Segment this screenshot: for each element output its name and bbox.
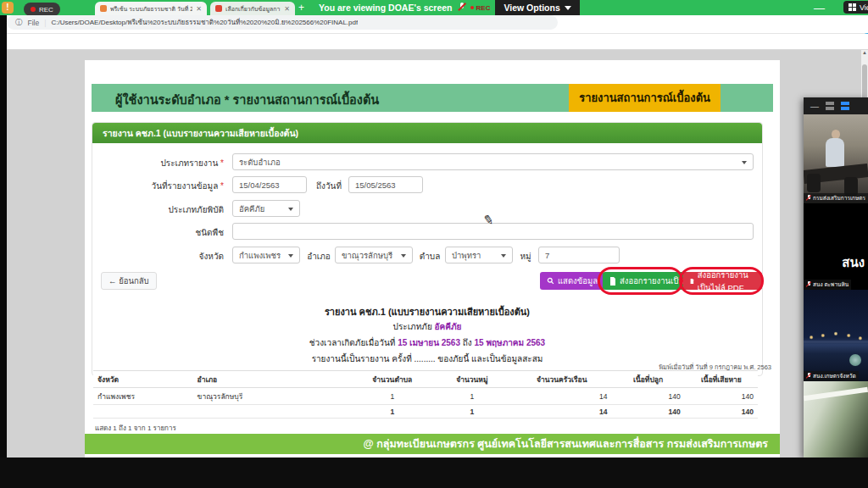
district-select[interactable]: ขาณุวรลักษบุรี [335,247,413,263]
date-from-input[interactable]: 15/04/2563 [232,176,307,193]
show-data-button[interactable]: แสดงข้อมูล [540,272,604,290]
gallery-view-icon[interactable] [841,102,849,110]
participant-figure [826,138,844,167]
speaker-view-icon[interactable] [826,102,834,110]
divider: | [44,19,46,27]
browser-tab-2[interactable]: เลือกเกี่ยวกับข้อมูลการบันทึกข้อมูล... ✕ [210,2,295,15]
province-label: จังหวัด [126,250,224,263]
url-text: C:/Users/DOAE/Desktop/พรีเซ้น%20ระบบภัยธ… [51,17,358,28]
browser-tab-1[interactable]: พรีเซ้น ระบบภัยธรรมชาติ วันที่ 20 มิ... … [95,2,207,15]
annotation-circle-pdf [679,267,764,295]
scroll-up-arrow[interactable]: ▲ [861,50,868,58]
report-type-select[interactable]: ระดับอำเภอ [232,153,754,170]
tab2-title: เลือกเกี่ยวกับข้อมูลการบันทึกข้อมูล... [225,4,281,14]
participant-name-label: สนง ตะพานหิน [804,280,851,290]
viewing-text: You are viewing DOAE's screen [319,3,453,13]
chair-shape [807,174,821,192]
security-shield-icon: ! [2,2,14,14]
page-footer: @ กลุ่มทะเบียนเกษตรกร ศูนย์เทคโนโลยีสารส… [85,434,780,454]
video-tile-4[interactable] [804,381,868,458]
muted-mic-icon [806,195,811,202]
banner-rec-indicator: REC [470,4,491,12]
page-info-icon[interactable]: ⓘ [15,18,23,28]
video-panel-header: — [804,97,868,114]
district-label: อำเภอ [304,250,333,263]
search-icon [547,277,554,285]
tab2-favicon [215,5,222,12]
table-total-row: 1 1 14 140 140 [93,405,758,419]
report-table: จังหวัด อำเภอ จำนวนตำบล จำนวนหมู่ จำนวนค… [93,370,758,419]
report-period-line: ช่วงเวลาเกิดภัยเมื่อวันที่ 15 เมษายน 256… [92,336,762,349]
tab1-title: พรีเซ้น ระบบภัยธรรมชาติ วันที่ 20 มิ... [110,4,192,14]
screen-share-banner: You are viewing DOAE's screen REC View O… [319,0,580,15]
protocol-label: File [28,19,40,27]
muted-mic-icon [806,281,811,288]
report-type-label: ประเภทรายงาน * [126,157,224,169]
table-row: กำแพงเพชร ขาณุวรลักษบุรี 1 1 14 140 140 [93,388,758,405]
crop-type-label: ชนิดพืช [126,226,224,239]
screen: ! REC พรีเซ้น ระบบภัยธรรมชาติ วันที่ 20 … [0,0,868,488]
url-field[interactable]: ⓘ File | C:/Users/DOAE/Desktop/พรีเซ้น%2… [7,15,558,30]
subdistrict-label: ตำบล [416,250,443,263]
zoom-video-panel: — กรมส่งเสริมการเกษตร สนง สนง ตะพานหิน [804,97,868,458]
table-header-row: จังหวัด อำเภอ จำนวนตำบล จำนวนหมู่ จำนวนค… [93,371,758,388]
video-tile-3[interactable]: สนง.เกษตรจังหวัด [804,290,868,381]
moo-input[interactable]: 7 [538,247,620,263]
zoom-top-bar: ! REC พรีเซ้น ระบบภัยธรรมชาติ วันที่ 20 … [0,0,868,15]
date-to-input[interactable]: 15/05/2563 [348,176,423,193]
report-form-card: รายงาน คชภ.1 (แบบรายงานความเสียหายเบื้อง… [92,122,763,376]
video-tile-2[interactable]: สนง สนง ตะพานหิน [804,203,868,290]
tab2-close-icon[interactable]: ✕ [284,5,290,13]
video-tile-1[interactable]: กรมส่งเสริมการเกษตร [804,114,868,203]
report-date-label: วันที่รายงานข้อมูล * [118,180,224,192]
browser-address-bar: ← ⟳ ⓘ File | C:/Users/DOAE/Desktop/พรีเซ… [7,15,868,34]
grid-view-icon [849,3,856,11]
ceiling-shape [804,387,868,402]
disaster-type-select[interactable]: อัคคีภัย [232,200,300,217]
report-disaster-line: ประเภทภัย อัคคีภัย [92,320,762,333]
participant-name-label: สนง.เกษตรจังหวัด [804,371,859,381]
subdistrict-select[interactable]: ป่าพุทรา [445,247,513,263]
minimize-button[interactable]: — [814,2,825,14]
chevron-down-icon [565,6,571,10]
tile-display-text: สนง [842,252,865,273]
rec-dot-icon [31,7,36,12]
new-tab-button[interactable]: + [298,2,304,14]
pdf-toolbar: ≡ ▾ Draw ▾ T Read aloud − + ↔ 18 of 69 ⟳ [7,34,868,50]
recording-indicator: REC [24,3,60,16]
pdf-page: ผู้ใช้งานระดับอำเภอ * รายงานสถานการณ์เบื… [85,60,780,458]
page-header-band: ผู้ใช้งานระดับอำเภอ * รายงานสถานการณ์เบื… [92,84,773,112]
view-options-button[interactable]: View Options [495,0,579,15]
annotation-circle-xls [598,267,683,295]
report-preview-title: รายงาน คชภ.1 (แบบรายงานความเสียหายเบื้อง… [92,304,762,319]
pdf-content-area: ผู้ใช้งานระดับอำเภอ * รายงานสถานการณ์เบื… [7,50,861,458]
province-select[interactable]: กำแพงเพชร [232,247,300,263]
panel-minimize-icon[interactable]: — [810,102,819,111]
form-title: รายงาน คชภ.1 (แบบรายงานความเสียหายเบื้อง… [92,123,762,143]
participant-name-label: กรมส่งเสริมการเกษตร [804,193,868,203]
muted-mic-icon [806,373,811,380]
moo-label: หมู่ [516,250,535,263]
light-shape [849,354,861,366]
rec-label: REC [39,6,53,14]
gallery-view-button[interactable]: View [843,1,868,14]
page-title: ผู้ใช้งานระดับอำเภอ * รายงานสถานการณ์เบื… [115,90,379,109]
date-to-label: ถึงวันที่ [311,180,347,192]
presenter-muted-mic-icon [458,3,465,13]
tab1-close-icon[interactable]: ✕ [196,5,202,13]
zoom-control-bar: Unmute ^ Start Video Participants 935 [0,458,868,488]
list-summary: แสดง 1 ถึง 1 จาก 1 รายการ [95,423,176,434]
disaster-type-label: ประเภทภัยพิบัติ [126,203,224,216]
rec-dot-icon [470,6,474,9]
report-situation-button[interactable]: รายงานสถานการณ์เบื้องต้น [569,84,721,112]
back-button[interactable]: ← ย้อนกลับ [101,272,157,290]
tab1-favicon [100,5,107,12]
bridge-shape [804,341,868,343]
